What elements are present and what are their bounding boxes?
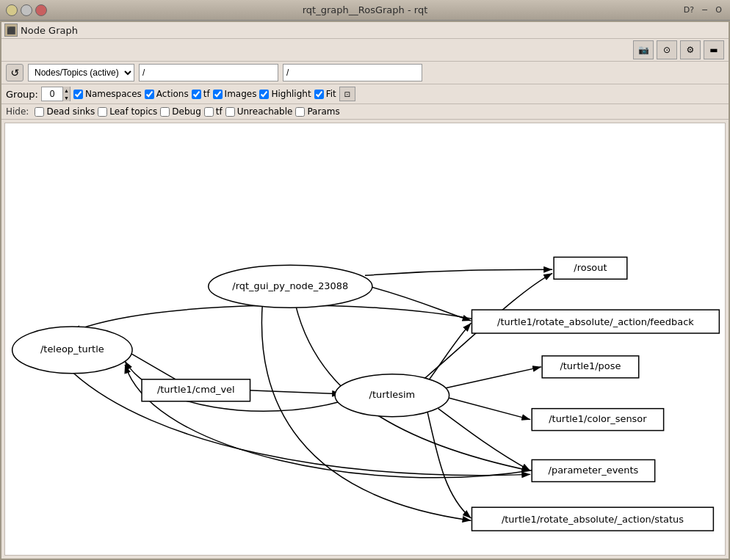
namespaces-option[interactable]: Namespaces (73, 89, 142, 99)
group-value[interactable] (42, 89, 62, 99)
node-turtlesim-label: /turtlesim (369, 389, 416, 400)
edge-rqt-rosout (365, 269, 552, 275)
filter2-input[interactable] (283, 64, 422, 81)
window-body: ⬛ Node Graph 📷 ⊙ ⚙ ▬ ↺ Nodes/Topics (act… (0, 21, 730, 560)
highlight-checkbox[interactable] (259, 90, 269, 99)
debug-checkbox[interactable] (160, 107, 170, 117)
params-option[interactable]: Params (295, 106, 339, 117)
edge-turtlesim-color (448, 398, 531, 420)
graph-area[interactable]: /teleop_turtle /rqt_gui_py_node_23088 /t… (4, 123, 726, 556)
fit-button[interactable]: ⊙ (657, 40, 677, 59)
leaf-topics-checkbox[interactable] (98, 107, 107, 117)
refresh-button[interactable]: ↺ (6, 64, 24, 81)
edge-turtlesim-params (438, 409, 531, 471)
graph-svg: /teleop_turtle /rqt_gui_py_node_23088 /t… (5, 123, 725, 555)
filter-button[interactable]: ⚙ (680, 40, 701, 59)
filter1-input[interactable] (139, 64, 278, 81)
tf-hide-checkbox[interactable] (204, 107, 214, 117)
menubar: ⬛ Node Graph (1, 22, 729, 39)
node-color-sensor-label: /turtle1/color_sensor (549, 413, 647, 424)
tf-hide-option[interactable]: tf (204, 106, 223, 117)
unreachable-checkbox[interactable] (225, 107, 235, 117)
maximize-button[interactable] (21, 4, 32, 16)
toolbar: ↺ Nodes/Topics (active) Nodes only Topic… (1, 62, 729, 84)
title-bar: rqt_graph__RosGraph - rqt D? − O (0, 0, 730, 21)
edge-feedback-teleop (72, 305, 474, 332)
hide-label: Hide: (6, 106, 29, 117)
plugin-title: Node Graph (21, 25, 78, 36)
close-button[interactable] (35, 4, 47, 16)
actions-option[interactable]: Actions (145, 89, 189, 99)
node-rosout-label: /rosout (574, 262, 607, 273)
images-option[interactable]: Images (213, 89, 257, 99)
node-status-label: /turtle1/rotate_absolute/_action/status (502, 514, 684, 525)
settings-button[interactable]: ▬ (704, 40, 724, 59)
display-mode-dropdown[interactable]: Nodes/Topics (active) Nodes only Topics … (28, 64, 134, 81)
debug-option[interactable]: Debug (160, 106, 200, 117)
dead-sinks-option[interactable]: Dead sinks (35, 106, 95, 117)
highlight-option[interactable]: Highlight (259, 89, 311, 99)
fit-icon-btn[interactable]: ⊡ (339, 87, 355, 101)
hide-bar: Hide: Dead sinks Leaf topics Debug tf Un… (1, 104, 729, 120)
tf-checkbox[interactable] (192, 90, 201, 99)
plugin-icon: ⬛ (4, 23, 18, 37)
node-feedback-label: /turtle1/rotate_absolute/_action/feedbac… (497, 316, 694, 327)
window-title: rqt_graph__RosGraph - rqt (50, 4, 680, 15)
namespaces-checkbox[interactable] (73, 90, 83, 99)
node-parameter-events-label: /parameter_events (549, 465, 639, 476)
window-minimize-alt[interactable]: − (699, 5, 710, 15)
options-bar: Group: ▲ ▼ Namespaces Actions tf Images … (1, 84, 729, 104)
fit-checkbox[interactable] (314, 90, 324, 99)
node-cmd-vel-label: /turtle1/cmd_vel (157, 384, 235, 395)
group-down-btn[interactable]: ▼ (62, 94, 70, 101)
actions-checkbox[interactable] (145, 90, 154, 99)
edge-teleop-params (72, 372, 530, 476)
node-teleop-turtle-label: /teleop_turtle (40, 343, 104, 354)
node-rqt-gui-label: /rqt_gui_py_node_23088 (232, 280, 348, 291)
edge-turtlesim-pose (446, 367, 542, 388)
snapshot-button[interactable]: 📷 (633, 40, 654, 59)
unreachable-option[interactable]: Unreachable (225, 106, 293, 117)
params-checkbox[interactable] (295, 107, 305, 117)
help-button[interactable]: D? (682, 5, 696, 15)
images-checkbox[interactable] (213, 90, 223, 99)
group-spinner[interactable]: ▲ ▼ (41, 87, 71, 101)
edge-turtlesim-feedback (427, 323, 471, 382)
leaf-topics-option[interactable]: Leaf topics (98, 106, 157, 117)
window-close-alt[interactable]: O (713, 5, 724, 15)
fit-option[interactable]: Fit (314, 89, 336, 99)
tf-option[interactable]: tf (192, 89, 210, 99)
minimize-button[interactable] (6, 4, 18, 16)
group-label: Group: (6, 89, 38, 100)
group-up-btn[interactable]: ▲ (62, 87, 70, 94)
dead-sinks-checkbox[interactable] (35, 107, 44, 117)
edge-turtlesim-status (427, 411, 471, 519)
node-pose-label: /turtle1/pose (560, 360, 621, 371)
edge-cmdvel-turtlesim (248, 390, 341, 394)
